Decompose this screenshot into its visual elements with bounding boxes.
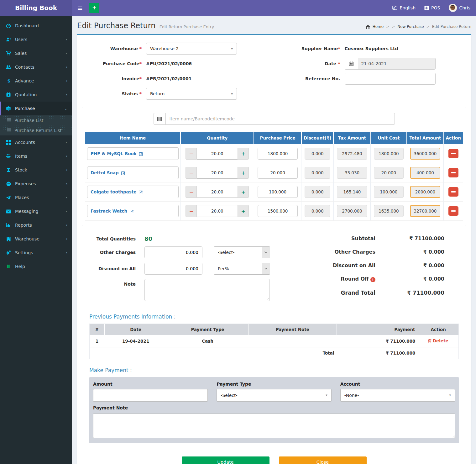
other-charges-total-value: ₹ 0.000 <box>375 249 444 255</box>
purchase-price-input[interactable] <box>258 186 297 198</box>
remove-item-button[interactable] <box>448 149 458 158</box>
item-name-link[interactable]: PHP & MySQL Book <box>91 151 137 156</box>
sidebar-item-contacts[interactable]: Contacts ‹ <box>0 60 72 74</box>
qty-plus-button[interactable]: + <box>238 167 249 179</box>
unit-cost-value: 20.000 <box>374 167 404 179</box>
warehouse-label: Warehouse <box>110 46 138 51</box>
sidebar-toggle-icon[interactable]: ≡ <box>72 0 88 16</box>
items-section: Item Name Quantity Purchase Price Discou… <box>82 107 466 226</box>
tax-amount-value: 2700.000 <box>337 205 367 217</box>
sidebar-item-purchase[interactable]: Purchase ⌄ <box>0 102 72 115</box>
close-button[interactable]: Close <box>279 456 367 464</box>
chevron-left-icon: ‹ <box>66 182 67 186</box>
sidebar-item-users[interactable]: Users ‹ <box>0 33 72 46</box>
pos-menu[interactable]: POS <box>424 5 440 10</box>
list-icon <box>7 129 11 132</box>
reference-input[interactable] <box>345 73 436 85</box>
update-button[interactable]: Update <box>182 456 269 464</box>
edit-icon[interactable] <box>121 171 125 175</box>
item-name-link[interactable]: Dettol Soap <box>91 170 119 175</box>
payments-total-value: ₹ 71100.000 <box>337 347 418 359</box>
top-navbar: Billing Book ≡ + A English POS Chris <box>0 0 476 16</box>
chevron-left-icon: ‹ <box>66 92 67 97</box>
note-textarea[interactable] <box>144 279 270 301</box>
status-select[interactable]: Return ▾ <box>146 88 237 100</box>
warehouse-select[interactable]: Warehouse 2 ▾ <box>146 43 237 55</box>
sidebar-item-reports[interactable]: Reports ‹ <box>0 218 72 232</box>
round-off-label: Round Off <box>341 276 369 282</box>
sidebar-item-quotation[interactable]: Quotation ‹ <box>0 88 72 102</box>
edit-icon[interactable] <box>139 190 143 194</box>
qty-plus-button[interactable]: + <box>238 205 249 217</box>
tax-amount-value: 2972.480 <box>337 148 367 160</box>
quantity-stepper: − + <box>183 148 252 160</box>
trash-icon <box>428 339 432 343</box>
qty-minus-button[interactable]: − <box>186 167 197 179</box>
purchase-price-input[interactable] <box>258 205 297 217</box>
qty-plus-button[interactable]: + <box>238 148 249 160</box>
sidebar-item-advance[interactable]: $ Advance ‹ <box>0 74 72 88</box>
sidebar-item-sales[interactable]: Sales ‹ <box>0 46 72 60</box>
delete-payment-button[interactable]: Delete <box>428 338 448 343</box>
user-menu[interactable]: Chris <box>449 4 470 12</box>
sidebar-label: Reports <box>15 223 32 228</box>
quick-add-button[interactable]: + <box>89 3 99 13</box>
discount-type-select[interactable]: Per% <box>214 263 270 275</box>
sidebar-item-stock[interactable]: Stock ‹ <box>0 163 72 177</box>
payment-type-select[interactable]: -Select- ▾ <box>217 389 331 402</box>
discount-on-all-input[interactable] <box>144 263 202 275</box>
sidebar-item-messaging[interactable]: Messaging ‹ <box>0 204 72 218</box>
other-charges-select[interactable]: -Select- <box>214 246 270 258</box>
remove-item-button[interactable] <box>448 206 458 216</box>
payment-note-textarea[interactable] <box>93 414 455 438</box>
purchase-price-input[interactable] <box>258 148 297 160</box>
breadcrumb-home[interactable]: Home <box>373 24 384 29</box>
remove-item-button[interactable] <box>448 187 458 197</box>
home-icon <box>366 25 370 29</box>
sidebar-item-items[interactable]: Items ‹ <box>0 149 72 163</box>
edit-icon[interactable] <box>139 152 143 156</box>
qty-minus-button[interactable]: − <box>186 186 197 198</box>
qty-plus-button[interactable]: + <box>238 186 249 198</box>
qty-input[interactable] <box>197 186 238 198</box>
language-menu[interactable]: A English <box>392 5 416 10</box>
pay-col-action: Action <box>418 324 459 335</box>
sidebar-item-expenses[interactable]: Expenses ‹ <box>0 177 72 191</box>
qty-input[interactable] <box>197 205 238 217</box>
remove-item-button[interactable] <box>448 168 458 177</box>
sidebar-item-warehouse[interactable]: Warehouse ‹ <box>0 232 72 246</box>
sidebar-item-places[interactable]: Places ‹ <box>0 191 72 204</box>
info-icon[interactable]: i <box>370 277 375 282</box>
sidebar-label: Quotation <box>15 92 37 97</box>
pos-label: POS <box>431 5 440 10</box>
other-charges-input[interactable] <box>144 246 202 258</box>
quantity-stepper: − + <box>183 205 252 217</box>
amount-input[interactable] <box>93 389 208 402</box>
sidebar-item-dashboard[interactable]: Dashboard <box>0 19 72 33</box>
qty-minus-button[interactable]: − <box>186 148 197 160</box>
sidebar-item-help[interactable]: Help <box>0 260 72 273</box>
col-discount: Discount(₹) <box>301 132 334 144</box>
sidebar: Dashboard Users ‹ Sales ‹ Contacts ‹ $ A… <box>0 16 72 464</box>
sidebar-subitem-purchase-returns-list[interactable]: Purchase Returns List <box>0 125 72 135</box>
building-icon <box>6 237 11 241</box>
breadcrumb-new-purchase[interactable]: New Purchase <box>397 24 424 29</box>
item-search-input[interactable] <box>165 113 395 125</box>
sidebar-item-settings[interactable]: Settings ‹ <box>0 246 72 260</box>
qty-minus-button[interactable]: − <box>186 205 197 217</box>
discount-total-label: Discount on All <box>333 262 375 268</box>
purchase-price-input[interactable] <box>258 167 297 179</box>
unit-cost-value: 1800.000 <box>374 148 404 160</box>
qty-input[interactable] <box>197 148 238 160</box>
sidebar-subitem-purchase-list[interactable]: Purchase List <box>0 115 72 125</box>
col-action: Action <box>444 132 463 144</box>
date-input[interactable] <box>358 58 436 70</box>
edit-icon[interactable] <box>130 209 134 213</box>
qty-input[interactable] <box>197 167 238 179</box>
account-select[interactable]: -None- ▾ <box>340 389 455 402</box>
item-name-link[interactable]: Fastrack Watch <box>91 208 127 214</box>
edit-purchase-return-card: Warehouse * Warehouse 2 ▾ Purchase Code*… <box>77 34 471 464</box>
app-logo[interactable]: Billing Book <box>0 0 72 16</box>
sidebar-item-accounts[interactable]: Accounts ‹ <box>0 135 72 149</box>
item-name-link[interactable]: Colgate toothpaste <box>91 189 136 194</box>
